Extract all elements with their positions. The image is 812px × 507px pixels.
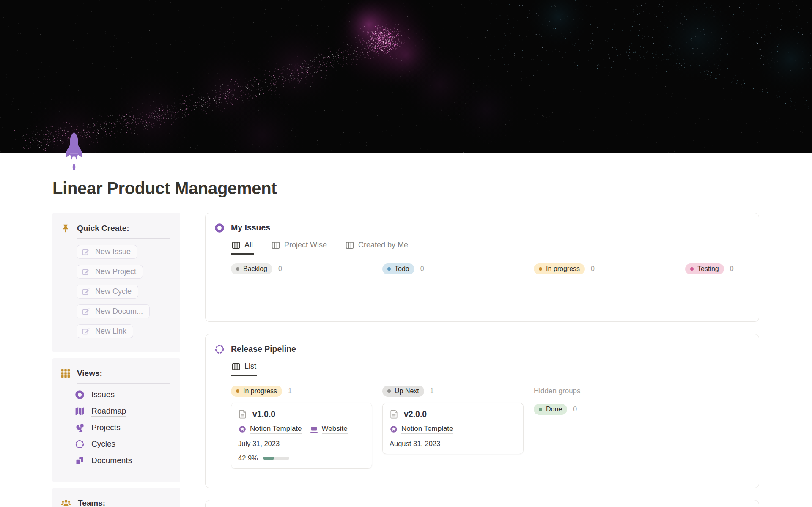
release-date: July 31, 2023 xyxy=(238,440,365,448)
group-testing: Testing 0 xyxy=(685,263,749,274)
website-link[interactable]: Website xyxy=(310,425,348,434)
link-label: Notion Template xyxy=(401,425,453,434)
status-dot xyxy=(539,267,542,271)
tab-created-by-me[interactable]: Created by Me xyxy=(345,241,409,255)
status-label: Testing xyxy=(697,265,719,273)
quick-create-header: Quick Create: xyxy=(52,223,180,233)
board-view-icon xyxy=(232,241,240,249)
column-header: Up Next 1 xyxy=(382,385,524,397)
card-title: Release Pipeline xyxy=(231,334,749,355)
hidden-groups-label: Hidden groups xyxy=(534,385,675,397)
status-dot xyxy=(690,267,694,271)
release-card-v1[interactable]: v1.0.0 Notion Template Website xyxy=(231,403,372,469)
teams-section: Teams: xyxy=(52,488,180,507)
laptop-icon xyxy=(310,425,318,433)
tab-project-wise[interactable]: Project Wise xyxy=(271,241,328,255)
status-dot xyxy=(236,267,239,271)
button-label: New Project xyxy=(95,267,136,276)
sidebar-item-roadmap[interactable]: Roadmap xyxy=(74,406,180,417)
compose-icon xyxy=(82,327,90,336)
release-title: v1.0.0 xyxy=(252,409,275,419)
status-pill[interactable]: In progress xyxy=(534,263,585,274)
sidebar-item-projects[interactable]: Projects xyxy=(74,422,180,433)
status-label: Up Next xyxy=(395,387,419,395)
release-date: August 31, 2023 xyxy=(390,440,516,448)
release-pipeline-card: Release Pipeline List In progress 1 xyxy=(205,334,759,488)
progress-bar xyxy=(263,457,289,460)
status-pill[interactable]: Testing xyxy=(685,263,724,274)
release-progress: 42.9% xyxy=(238,454,365,462)
compose-icon xyxy=(82,268,90,276)
column-header: In progress 1 xyxy=(231,385,372,397)
status-pill[interactable]: In progress xyxy=(231,386,282,397)
release-card-v2[interactable]: v2.0.0 Notion Template August 31, 2023 xyxy=(382,403,524,454)
column-count: 1 xyxy=(430,387,434,395)
sidebar-item-documents[interactable]: Documents xyxy=(74,455,180,466)
status-dot xyxy=(236,389,239,393)
tab-all[interactable]: All xyxy=(231,241,254,255)
new-cycle-button[interactable]: New Cycle xyxy=(77,285,138,299)
status-pill[interactable]: Done xyxy=(534,404,567,415)
notion-template-link[interactable]: Notion Template xyxy=(390,425,453,434)
link-label: Notion Template xyxy=(250,425,302,434)
teams-title: Teams: xyxy=(78,499,105,507)
group-count: 0 xyxy=(420,265,424,273)
status-label: Todo xyxy=(395,265,409,273)
button-label: New Docum... xyxy=(95,307,143,316)
my-issues-tabs: All Project Wise Created by Me xyxy=(231,241,749,254)
release-pipeline-tabs: List xyxy=(231,362,749,375)
sidebar-item-label: Issues xyxy=(91,390,115,400)
views-title: Views: xyxy=(77,369,102,378)
sidebar-item-cycles[interactable]: Cycles xyxy=(74,439,180,449)
views-section: Views: Issues Roadmap Projects Cycles xyxy=(52,358,180,482)
new-project-button[interactable]: New Project xyxy=(77,265,143,279)
my-issues-icon xyxy=(214,222,225,233)
group-count: 0 xyxy=(278,265,282,273)
pushpin-icon xyxy=(61,223,70,233)
tab-list[interactable]: List xyxy=(231,362,257,376)
quick-create-title: Quick Create: xyxy=(77,224,129,233)
status-label: Done xyxy=(546,406,562,413)
next-card-edge xyxy=(205,500,759,507)
column-in-progress: In progress 1 v1.0.0 Notion Template xyxy=(231,385,372,469)
new-link-button[interactable]: New Link xyxy=(77,324,133,338)
column-count: 0 xyxy=(573,406,577,413)
new-document-button[interactable]: New Docum... xyxy=(77,304,150,318)
sidebar-item-label: Cycles xyxy=(91,439,115,449)
status-dot xyxy=(387,267,391,271)
tab-label: Project Wise xyxy=(284,241,327,249)
group-in-progress: In progress 0 xyxy=(534,263,675,274)
release-card-links: Notion Template xyxy=(390,425,516,434)
page-title: Linear Product Management xyxy=(0,153,812,198)
roadmap-icon xyxy=(74,406,85,417)
cycles-icon xyxy=(74,439,85,449)
my-issues-card: My Issues All Project Wise Created by Me xyxy=(205,213,759,322)
board-view-icon xyxy=(346,241,354,249)
status-pill[interactable]: Up Next xyxy=(382,386,424,397)
section-divider xyxy=(77,238,170,239)
progress-label: 42.9% xyxy=(238,454,258,462)
quick-create-section: Quick Create: New Issue New Project New … xyxy=(52,213,180,352)
status-pill[interactable]: Backlog xyxy=(231,263,272,274)
cover-image xyxy=(0,0,812,153)
status-label: In progress xyxy=(243,387,277,395)
sidebar-item-label: Projects xyxy=(91,423,121,433)
release-board: In progress 1 v1.0.0 Notion Template xyxy=(231,385,749,469)
rocket-icon[interactable] xyxy=(63,132,85,172)
notion-template-link[interactable]: Notion Template xyxy=(238,425,302,434)
views-header: Views: xyxy=(52,369,180,378)
new-issue-button[interactable]: New Issue xyxy=(77,245,137,259)
compose-icon xyxy=(82,288,90,296)
sidebar-item-issues[interactable]: Issues xyxy=(74,389,180,400)
tab-label: List xyxy=(244,362,256,371)
tab-label: All xyxy=(244,241,253,249)
cover-starfield-canvas xyxy=(0,0,812,153)
status-label: Backlog xyxy=(243,265,267,273)
release-card-header: v2.0.0 xyxy=(390,409,516,419)
issues-icon xyxy=(74,389,85,400)
status-pill[interactable]: Todo xyxy=(382,263,414,274)
column-count: 1 xyxy=(288,387,292,395)
sidebar: Quick Create: New Issue New Project New … xyxy=(52,213,180,507)
status-dot xyxy=(539,408,542,411)
board-view-icon xyxy=(272,241,280,249)
